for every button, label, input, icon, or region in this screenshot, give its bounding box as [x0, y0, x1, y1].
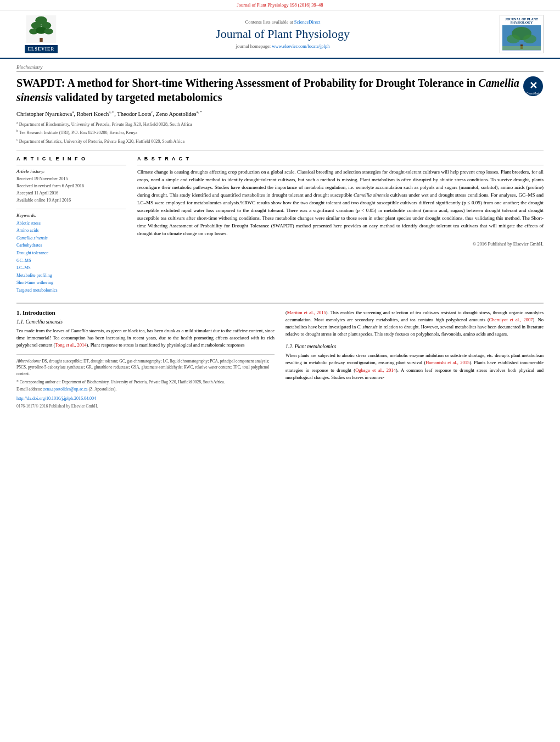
accepted-date: Accepted 11 April 2016: [16, 190, 126, 197]
main-content: Biochemistry SWAPDT: A method for Short-…: [0, 59, 560, 415]
affiliation-c: Department of Statistics, University of …: [19, 138, 184, 143]
article-info-abstract: A R T I C L E I N F O Article history: R…: [16, 156, 544, 294]
keyword-9: Short-time withering: [16, 279, 126, 287]
journal-logo-area: JOURNAL OF PLANT PHYSIOLOGY: [494, 15, 549, 53]
keyword-2: Amino acids: [16, 227, 126, 235]
footnote-area: Abbreviations: DS, drought susceptible; …: [16, 354, 275, 410]
homepage-link[interactable]: www.elsevier.com/locate/jplph: [272, 43, 329, 49]
divider-1: [16, 150, 544, 150]
body-content: 1. Introduction 1.1. Camellia sinensis T…: [16, 309, 544, 410]
keyword-1: Abiotic stress: [16, 220, 126, 227]
copyright-text: © 2016 Published by Elsevier GmbH.: [137, 241, 544, 247]
affiliation-a: Department of Biochemistry, University o…: [19, 121, 192, 126]
article-info-col: A R T I C L E I N F O Article history: R…: [16, 156, 126, 294]
article-info-heading: A R T I C L E I N F O: [16, 156, 126, 161]
keywords-section: Keywords: Abiotic stress Amino acids Cam…: [16, 213, 126, 294]
crossmark-badge[interactable]: ✕ CrossMark: [523, 76, 544, 97]
bottom-divider: [16, 303, 544, 304]
keywords-divider: [16, 209, 126, 209]
journal-citation: Journal of Plant Physiology 198 (2016) 3…: [237, 2, 323, 8]
keyword-4: Carbohydrates: [16, 242, 126, 249]
section-1-number: 1.: [16, 309, 21, 316]
corresponding-author: * Corresponding author at: Department of…: [16, 379, 275, 385]
subsection-1-1-number: 1.1.: [16, 319, 24, 325]
keyword-7: LC–MS: [16, 264, 126, 272]
email-line: E-mail address: zena.apostolides@up.ac.z…: [16, 386, 275, 392]
abstract-text: Climate change is causing droughts affec…: [137, 169, 544, 237]
subsection-1-1-heading: 1.1. Camellia sinensis: [16, 319, 275, 325]
abstract-col: A B S T R A C T Climate change is causin…: [137, 156, 544, 294]
keywords-label: Keywords:: [16, 213, 126, 218]
svg-rect-13: [502, 46, 541, 50]
sciencedirect-link[interactable]: ScienceDirect: [294, 19, 321, 25]
plant-metabolomics-paragraph: When plants are subjected to abiotic str…: [285, 352, 544, 381]
online-date: Available online 19 April 2016: [16, 197, 126, 204]
body-col-left: 1. Introduction 1.1. Camellia sinensis T…: [16, 309, 275, 410]
received-date: Received 19 November 2015: [16, 176, 126, 183]
svg-point-10: [507, 35, 520, 43]
journal-header: ELSEVIER Contents lists available at Sci…: [0, 10, 560, 59]
subsection-1-2-title: Plant metabolomics: [295, 344, 337, 349]
elsevier-tree-icon: [25, 15, 58, 43]
subsection-1-2-number: 1.2.: [285, 344, 293, 349]
section-1-heading: 1. Introduction: [16, 309, 275, 316]
revised-date: Received in revised form 6 April 2016: [16, 183, 126, 190]
logo-label: JOURNAL OF PLANT PHYSIOLOGY: [502, 18, 541, 24]
svg-text:✕: ✕: [529, 80, 537, 91]
section-1-title: Introduction: [23, 309, 55, 316]
issn-text: 0176-1617/© 2016 Published by Elsevier G…: [16, 403, 275, 409]
page: Journal of Plant Physiology 198 (2016) 3…: [0, 0, 560, 742]
keyword-10: Targeted metabolomics: [16, 287, 126, 294]
homepage-text: journal homepage: www.elsevier.com/locat…: [71, 43, 494, 49]
journal-bar: Journal of Plant Physiology 198 (2016) 3…: [0, 0, 560, 10]
svg-text:CrossMark: CrossMark: [527, 92, 540, 95]
email-link[interactable]: zena.apostolides@up.ac.za: [43, 387, 88, 392]
journal-logo: JOURNAL OF PLANT PHYSIOLOGY: [500, 15, 544, 53]
elsevier-logo: ELSEVIER: [25, 45, 58, 53]
abstract-heading: A B S T R A C T: [137, 156, 544, 161]
svg-rect-7: [40, 37, 42, 41]
keyword-5: Drought tolerance: [16, 249, 126, 257]
elsevier-branding: ELSEVIER: [11, 15, 71, 53]
article-history: Article history: Received 19 November 20…: [16, 169, 126, 204]
doi-link[interactable]: http://dx.doi.org/10.1016/j.jplph.2016.0…: [16, 395, 275, 402]
keyword-8: Metabolite profiling: [16, 272, 126, 280]
svg-point-11: [523, 35, 536, 43]
title-row: SWAPDT: A method for Short-time Witherin…: [16, 76, 544, 104]
ogbaga-ref[interactable]: Ogbaga et al., 2014: [355, 367, 396, 373]
intro-paragraph-1-cont: (Maritim et al., 2015). This enables the…: [285, 309, 544, 338]
logo-image: [502, 25, 541, 51]
intro-paragraph-1: Tea made from the leaves of Camellia sin…: [16, 327, 275, 349]
crossmark-icon: ✕ CrossMark: [523, 76, 544, 97]
svg-point-6: [44, 28, 53, 34]
subsection-1-1-title: Camellia sinensis: [26, 319, 63, 325]
maritim-ref[interactable]: Maritim et al., 2015: [287, 310, 326, 315]
sciencedirect-text: Contents lists available at ScienceDirec…: [71, 19, 494, 25]
info-divider: [16, 165, 126, 165]
keyword-6: GC–MS: [16, 257, 126, 265]
journal-title-section: Contents lists available at ScienceDirec…: [71, 19, 494, 49]
cheruiyot-ref[interactable]: Cheruiyot et al., 2007: [489, 317, 533, 322]
plant-image-icon: [502, 25, 541, 50]
journal-title: Journal of Plant Physiology: [71, 27, 494, 41]
authors: Christopher Nyarukowaa, Robert Koecha, b…: [16, 110, 544, 117]
history-label: Article history:: [16, 169, 126, 174]
affiliations: a Department of Biochemistry, University…: [16, 120, 544, 145]
affiliation-b: Tea Research Institute (TRI), P.O. Box 8…: [19, 130, 137, 135]
hamanishi-ref[interactable]: Hamanishi et al., 2015: [425, 360, 469, 365]
subsection-1-2-heading: 1.2. Plant metabolomics: [285, 344, 544, 349]
body-col-right: (Maritim et al., 2015). This enables the…: [285, 309, 544, 410]
abbreviations: Abbreviations: DS, drought susceptible; …: [16, 358, 275, 377]
tong-ref[interactable]: Tong et al., 2014: [55, 342, 86, 348]
section-label: Biochemistry: [16, 64, 544, 71]
keyword-3: Camellia sinensis: [16, 235, 126, 242]
abstract-divider: [137, 165, 544, 165]
article-title: SWAPDT: A method for Short-time Witherin…: [16, 76, 544, 104]
